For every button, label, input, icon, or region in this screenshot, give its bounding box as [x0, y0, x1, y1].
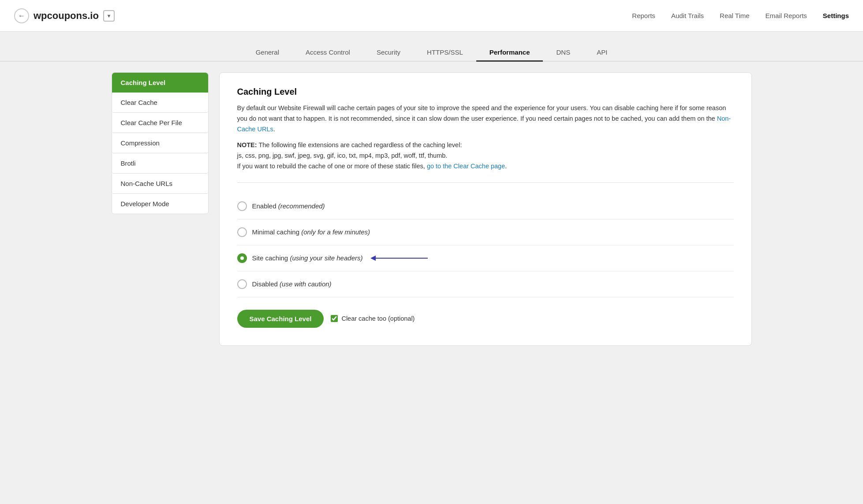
site-title: wpcoupons.io	[34, 10, 99, 22]
nav-settings[interactable]: Settings	[823, 12, 849, 19]
nav-left: ← wpcoupons.io ▼	[14, 8, 632, 23]
nav-real-time[interactable]: Real Time	[720, 12, 750, 19]
back-button[interactable]: ←	[14, 8, 29, 23]
radio-site-caching: Site caching (using your site headers)	[237, 245, 734, 271]
sidebar-item-non-cache-urls[interactable]: Non-Cache URLs	[112, 174, 208, 194]
radio-disabled-circle[interactable]	[237, 279, 247, 289]
radio-site-caching-circle[interactable]	[237, 253, 247, 263]
arrow-annotation	[375, 258, 428, 259]
tab-access-control[interactable]: Access Control	[292, 44, 363, 62]
tab-api[interactable]: API	[583, 44, 620, 62]
sidebar-list: Caching Level Clear Cache Clear Cache Pe…	[112, 72, 209, 214]
sidebar-item-clear-cache[interactable]: Clear Cache	[112, 93, 208, 113]
divider-1	[237, 182, 734, 183]
radio-enabled: Enabled (recommended)	[237, 193, 734, 219]
site-dropdown-button[interactable]: ▼	[103, 10, 115, 22]
arrow-line	[375, 258, 428, 259]
tab-security[interactable]: Security	[363, 44, 414, 62]
tab-dns[interactable]: DNS	[543, 44, 583, 62]
radio-minimal-label: Minimal caching (only for a few minutes)	[252, 228, 370, 236]
save-area: Save Caching Level Clear cache too (opti…	[237, 310, 734, 328]
clear-cache-optional-label: Clear cache too (optional)	[341, 315, 415, 322]
top-navigation: ← wpcoupons.io ▼ Reports Audit Trails Re…	[0, 0, 863, 32]
clear-cache-page-link[interactable]: go to the Clear Cache page	[427, 163, 505, 170]
radio-enabled-label: Enabled (recommended)	[252, 202, 325, 210]
radio-disabled: Disabled (use with caution)	[237, 271, 734, 297]
clear-cache-checkbox-label[interactable]: Clear cache too (optional)	[331, 315, 415, 322]
nav-email-reports[interactable]: Email Reports	[766, 12, 807, 19]
radio-minimal: Minimal caching (only for a few minutes)	[237, 219, 734, 245]
nav-right: Reports Audit Trails Real Time Email Rep…	[632, 12, 849, 19]
main-layout: Caching Level Clear Cache Clear Cache Pe…	[101, 72, 762, 363]
note-text: NOTE: The following file extensions are …	[237, 140, 734, 172]
sidebar-item-brotli[interactable]: Brotli	[112, 153, 208, 174]
nav-reports[interactable]: Reports	[632, 12, 655, 19]
sidebar-item-clear-cache-per-file[interactable]: Clear Cache Per File	[112, 113, 208, 133]
sidebar-item-compression[interactable]: Compression	[112, 133, 208, 153]
nav-audit-trails[interactable]: Audit Trails	[671, 12, 704, 19]
tab-general[interactable]: General	[243, 44, 292, 62]
radio-site-caching-label: Site caching (using your site headers)	[252, 254, 363, 262]
tab-performance[interactable]: Performance	[476, 44, 543, 62]
clear-cache-checkbox[interactable]	[331, 315, 338, 322]
section-description: By default our Website Firewall will cac…	[237, 103, 734, 135]
sub-tabs-bar: General Access Control Security HTTPS/SS…	[0, 32, 863, 62]
radio-disabled-label: Disabled (use with caution)	[252, 280, 332, 288]
tab-https-ssl[interactable]: HTTPS/SSL	[414, 44, 476, 62]
radio-enabled-circle[interactable]	[237, 201, 247, 211]
radio-minimal-circle[interactable]	[237, 227, 247, 237]
sidebar: Caching Level Clear Cache Clear Cache Pe…	[112, 72, 209, 346]
section-title: Caching Level	[237, 87, 734, 97]
content-panel: Caching Level By default our Website Fir…	[219, 72, 752, 346]
sidebar-item-developer-mode[interactable]: Developer Mode	[112, 194, 208, 214]
save-caching-level-button[interactable]: Save Caching Level	[237, 310, 324, 328]
sidebar-item-caching-level[interactable]: Caching Level	[112, 73, 208, 93]
